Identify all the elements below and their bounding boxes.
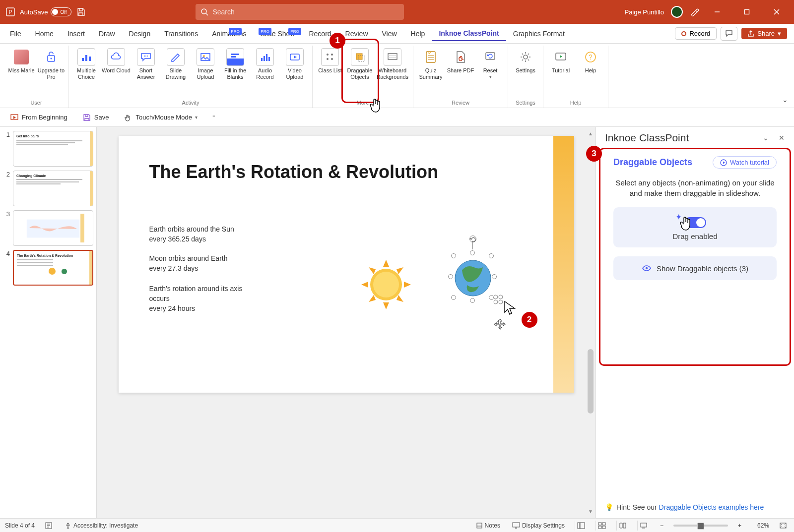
text-direction-button[interactable] [43, 521, 55, 531]
thumb-row[interactable]: 4 The Earth's Rotation & Revolution [3, 250, 93, 286]
svg-point-11 [144, 56, 145, 57]
search-input[interactable] [212, 8, 399, 16]
slide-editor-area[interactable]: The Earth's Rotation & Revolution Earth … [97, 127, 596, 518]
slide-text-3[interactable]: Earth's rotation around its axis occurse… [149, 284, 259, 313]
zoom-in-button[interactable]: + [736, 521, 743, 530]
settings-button[interactable]: Settings [511, 46, 540, 76]
menu-design[interactable]: Design [122, 27, 158, 41]
autosave-toggle[interactable]: AutoSave Off [20, 7, 71, 16]
resize-handle[interactable] [492, 274, 497, 279]
menu-help[interactable]: Help [404, 27, 432, 41]
rotate-handle[interactable] [469, 236, 476, 242]
menu-inknoe-classpoint[interactable]: Inknoe ClassPoint [432, 26, 506, 41]
menu-transitions[interactable]: Transitions [157, 27, 205, 41]
svg-point-52 [499, 300, 503, 304]
menu-draw[interactable]: Draw [92, 27, 122, 41]
resize-handle[interactable] [470, 250, 475, 255]
reset-button[interactable]: Reset ▾ [476, 46, 505, 82]
zoom-level[interactable]: 62% [751, 522, 769, 529]
comments-button[interactable] [721, 27, 737, 41]
ribbon-collapse-button[interactable]: ⌄ [782, 96, 788, 104]
quick-tools-icon[interactable] [690, 7, 699, 16]
slideshow-view-button[interactable] [637, 521, 650, 531]
multiple-choice-button[interactable]: Multiple Choice [72, 46, 101, 82]
word-cloud-button[interactable]: Word Cloud [102, 46, 131, 82]
annotation-badge-3: 3 [586, 146, 602, 162]
overflow-icon[interactable]: ⁼ [209, 113, 218, 122]
resize-handle[interactable] [448, 274, 453, 279]
menu-graphics-format[interactable]: Graphics Format [506, 27, 572, 41]
slide-text-1[interactable]: Earth orbits around the Sunevery 365.25 … [149, 224, 234, 244]
display-settings-button[interactable]: Display Settings [510, 521, 567, 530]
sun-graphic[interactable] [359, 258, 413, 311]
avatar[interactable] [671, 6, 683, 18]
menu-home[interactable]: Home [28, 27, 61, 41]
menu-insert[interactable]: Insert [61, 27, 92, 41]
resize-handle[interactable] [489, 253, 494, 258]
thumb-row[interactable]: 3 [3, 210, 93, 246]
quiz-summary-button[interactable]: Quiz Summary [416, 46, 445, 82]
class-list-button[interactable]: Class List [316, 46, 344, 82]
show-draggable-button[interactable]: Show Draggable objects (3) [613, 256, 777, 280]
svg-rect-29 [388, 54, 397, 59]
record-button[interactable]: Record [675, 27, 717, 40]
reading-view-button[interactable] [616, 521, 629, 531]
fit-window-button[interactable] [777, 521, 789, 530]
notes-button[interactable]: Notes [474, 521, 502, 530]
hint-link[interactable]: Draggable Objects examples here [659, 503, 764, 511]
resize-handle[interactable] [470, 298, 475, 303]
help-button[interactable]: ? Help [576, 46, 605, 76]
thumb-row[interactable]: 2 Changing Climate [3, 171, 93, 206]
ribbon-group-review: Quiz Summary Share PDF Reset ▾ Review [413, 46, 508, 108]
search-box[interactable] [196, 4, 404, 20]
share-pdf-button[interactable]: Share PDF [446, 46, 475, 82]
draggable-objects-button[interactable]: Draggable Objects [345, 46, 374, 82]
menu-file[interactable]: File [3, 27, 28, 41]
slide-canvas[interactable]: The Earth's Rotation & Revolution Earth … [119, 136, 574, 393]
whiteboard-backgrounds-button[interactable]: Whiteboard Backgrounds [375, 46, 410, 82]
zoom-out-button[interactable]: − [658, 521, 665, 530]
slide-counter[interactable]: Slide 4 of 4 [5, 522, 35, 529]
connector-handle[interactable] [493, 294, 504, 305]
video-upload-button[interactable]: PRO Video Upload [280, 46, 309, 82]
image-upload-button[interactable]: Image Upload [191, 46, 220, 82]
slide-text-2[interactable]: Moon orbits around Earthevery 27.3 days [149, 253, 228, 273]
panel-collapse-button[interactable]: ⌄ [760, 132, 771, 143]
close-button[interactable] [765, 4, 788, 20]
resize-handle[interactable] [451, 295, 456, 300]
share-button[interactable]: Share ▾ [741, 28, 787, 39]
touch-mouse-button[interactable]: Touch/Mouse Mode ▾ [121, 111, 200, 124]
from-beginning-button[interactable]: From Beginning [7, 111, 70, 124]
sorter-view-button[interactable] [596, 521, 608, 531]
slide-thumb-4[interactable]: The Earth's Rotation & Revolution [13, 250, 93, 286]
slide-thumb-3[interactable] [13, 210, 93, 246]
upgrade-pro-button[interactable]: Upgrade to Pro [37, 46, 66, 82]
resize-handle[interactable] [451, 253, 456, 258]
maximize-button[interactable] [735, 4, 758, 20]
play-icon [720, 159, 727, 166]
thumb-row[interactable]: 1 Get into pairs [3, 131, 93, 167]
save-button[interactable]: Save [79, 111, 112, 124]
save-icon[interactable] [76, 7, 85, 16]
minimize-button[interactable] [706, 4, 728, 20]
slide-thumb-2[interactable]: Changing Climate [13, 171, 93, 206]
slide-thumb-1[interactable]: Get into pairs [13, 131, 93, 167]
normal-view-button[interactable] [575, 521, 588, 531]
user-name[interactable]: Paige Puntillo [624, 8, 664, 16]
audio-record-button[interactable]: PRO Audio Record [251, 46, 279, 82]
slide-title[interactable]: The Earth's Rotation & Revolution [149, 162, 439, 182]
miss-marie-button[interactable]: Miss Marie [7, 46, 36, 82]
panel-close-button[interactable]: ✕ [776, 132, 787, 143]
earth-graphic-selected[interactable] [442, 246, 504, 315]
vertical-scrollbar[interactable]: ▲ ▼ [587, 131, 595, 514]
fill-blanks-button[interactable]: PRO Fill in the Blanks [221, 46, 250, 82]
svg-point-13 [147, 56, 148, 57]
zoom-slider[interactable] [673, 525, 728, 527]
slide-thumbnails-pane[interactable]: 1 Get into pairs 2 Changing Climate 3 [0, 127, 97, 518]
accessibility-button[interactable]: Accessibility: Investigate [63, 521, 140, 530]
watch-tutorial-button[interactable]: Watch tutorial [713, 156, 777, 169]
short-answer-button[interactable]: Short Answer [132, 46, 160, 82]
menu-view[interactable]: View [375, 27, 404, 41]
slide-drawing-button[interactable]: Slide Drawing [161, 46, 190, 82]
tutorial-button[interactable]: Tutorial [546, 46, 575, 76]
